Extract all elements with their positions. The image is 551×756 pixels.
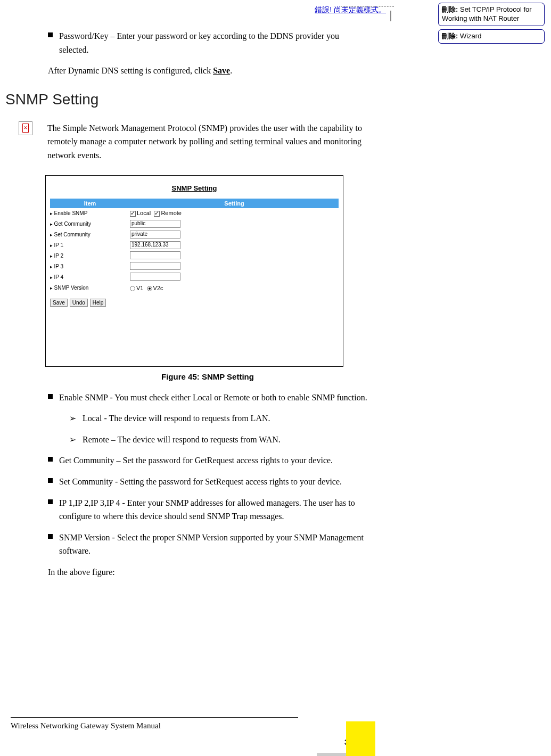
radio-v1-label: V1 [136,285,143,291]
label-set-community: Set Community [50,232,130,237]
text-fragment: After Dynamic DNS setting is configured,… [48,66,213,75]
label-ip3: IP 3 [50,264,130,269]
section-title-snmp: SNMP Setting [5,91,367,108]
input-ip4[interactable] [130,273,180,281]
paragraph-after-ddns: After Dynamic DNS setting is configured,… [48,64,367,78]
snmp-setting-figure: SNMP Setting Item Setting Enable SNMP Lo… [45,175,343,367]
label-ip1: IP 1 [50,242,130,248]
square-bullet-icon [48,534,53,539]
annotations-container: 刪除: Set TCP/IP Protocol for Working with… [438,3,545,47]
arrow-bullet-icon: ➢ [69,433,76,447]
sub-bullet-text: Local - The device will respond to reque… [83,412,270,425]
label-get-community: Get Community [50,221,130,227]
input-get-community[interactable]: public [130,220,180,228]
figure-buttons: Save Undo Help [50,299,339,307]
save-button[interactable]: Save [50,299,68,307]
checkbox-local[interactable] [130,211,136,217]
row-ip3: IP 3 [50,261,339,272]
x-icon: × [22,124,29,133]
input-set-community[interactable]: private [130,231,180,239]
bullet-text: Get Community – Set the password for Get… [59,454,367,467]
arrow-bullet-icon: ➢ [69,412,76,425]
bullet-get-community: Get Community – Set the password for Get… [48,454,367,467]
annotation-label: 刪除: [442,5,458,13]
checkbox-local-label: Local [137,210,151,216]
input-ip1[interactable]: 192.168.123.33 [130,241,180,249]
label-ip2: IP 2 [50,253,130,259]
bullet-set-community: Set Community - Setting the password for… [48,475,367,489]
footer-rule [11,717,298,718]
intro-row: × The Simple Network Management Protocol… [48,121,367,170]
square-bullet-icon [48,32,53,37]
radio-v2c-label: V2c [153,285,163,291]
paragraph-closing: In the above figure: [48,565,367,579]
label-snmp-version: SNMP Version [50,285,130,291]
col-item: Item [50,200,130,207]
row-enable-snmp: Enable SNMP Local Remote [50,208,339,219]
bullet-text: SNMP Version - Select the proper SNMP Ve… [59,531,367,558]
text-fragment: . [230,66,232,75]
input-ip2[interactable] [130,251,180,259]
figure-caption: Figure 45: SNMP Setting [48,372,367,381]
undo-button[interactable]: Undo [70,299,88,307]
radio-v2c[interactable] [147,286,152,291]
help-button[interactable]: Help [90,299,106,307]
square-bullet-icon [48,457,53,462]
val-enable-snmp: Local Remote [130,210,339,217]
input-ip3[interactable] [130,262,180,270]
sub-bullet-remote: ➢ Remote – The device will respond to re… [69,433,367,447]
corner-yellow [346,721,375,756]
bullet-text: Set Community - Setting the password for… [59,475,367,489]
save-text-emphasis: Save [213,66,230,75]
annotation-label: 刪除: [442,32,458,40]
missing-image-icon: × [19,121,32,135]
annotation-box-2: 刪除: Wizard [438,29,545,44]
annotation-box-1: 刪除: Set TCP/IP Protocol for Working with… [438,3,545,26]
row-get-community: Get Community public [50,219,339,229]
corner-shadow [317,753,346,756]
snmp-intro-paragraph: The Simple Network Management Protocol (… [47,121,367,162]
footer-text: Wireless Networking Gateway System Manua… [11,721,161,730]
row-ip4: IP 4 [50,272,339,283]
bullet-text: IP 1,IP 2,IP 3,IP 4 - Enter your SNMP ad… [59,496,367,523]
row-ip2: IP 2 [50,251,339,261]
square-bullet-icon [48,499,53,504]
radio-v1[interactable] [130,286,135,291]
figure-title: SNMP Setting [50,184,339,192]
square-bullet-icon [48,394,53,399]
checkbox-remote[interactable] [154,211,160,217]
bullet-enable-snmp: Enable SNMP - You must check either Loca… [48,391,367,405]
annotation-text: Wizard [458,32,481,40]
bullet-text: Enable SNMP - You must check either Loca… [59,391,367,405]
bullet-password-key: Password/Key – Enter your password or ke… [48,29,367,56]
checkbox-remote-label: Remote [161,210,182,216]
main-content: Password/Key – Enter your password or ke… [48,29,367,587]
square-bullet-icon [48,478,53,483]
bullet-text: Password/Key – Enter your password or ke… [59,29,367,56]
label-ip4: IP 4 [50,274,130,280]
col-setting: Setting [130,200,339,207]
header-divider [390,11,391,21]
bullet-snmp-version: SNMP Version - Select the proper SNMP Ve… [48,531,367,558]
row-snmp-version: SNMP Version V1 V2c [50,283,339,293]
row-set-community: Set Community private [50,229,339,240]
bullet-ip-addresses: IP 1,IP 2,IP 3,IP 4 - Enter your SNMP ad… [48,496,367,523]
page-corner-decoration [317,721,375,756]
figure-table-head: Item Setting [50,199,339,208]
row-ip1: IP 1 192.168.123.33 [50,240,339,251]
label-enable-snmp: Enable SNMP [50,210,130,216]
sub-bullet-text: Remote – The device will respond to requ… [83,433,281,447]
sub-bullet-local: ➢ Local - The device will respond to req… [69,412,367,425]
annotation-leader-line [341,6,394,7]
